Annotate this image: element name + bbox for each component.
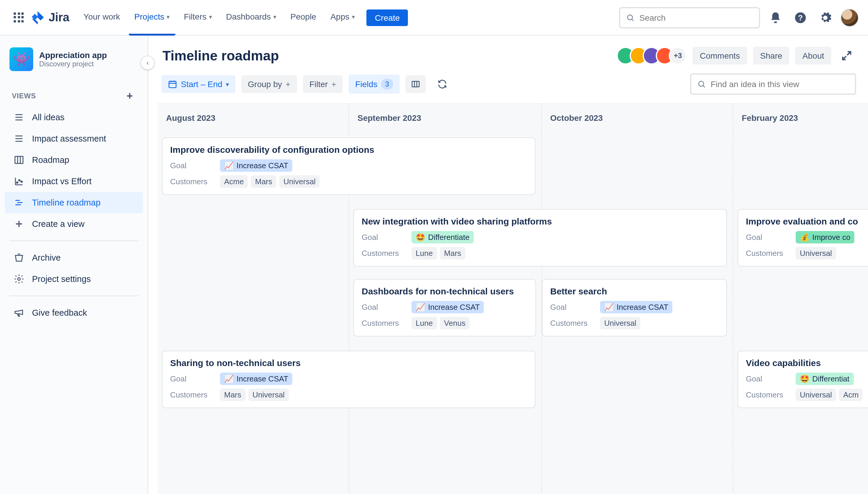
- goal-label: Goal: [550, 303, 600, 311]
- sidebar-item-all-ideas[interactable]: All ideas: [5, 107, 143, 128]
- find-idea-input[interactable]: [710, 79, 849, 89]
- card-title: Sharing to non-technical users: [170, 358, 527, 368]
- card-title: Video capabilities: [746, 358, 868, 368]
- customer-tag: Universal: [796, 247, 836, 260]
- sidebar-item-impact-vs-effort[interactable]: Impact vs Effort: [5, 171, 143, 192]
- goal-tag: 🤩Differentiat: [796, 373, 853, 385]
- search-icon: [626, 13, 635, 22]
- customers-label: Customers: [550, 319, 600, 327]
- calendar-icon: [168, 79, 177, 89]
- customer-tag: Mars: [440, 247, 466, 260]
- customer-tag: Universal: [249, 388, 289, 401]
- fullscreen-icon[interactable]: [837, 46, 856, 65]
- timeline-header: August 2023September 2023October 2023Feb…: [158, 103, 868, 132]
- customer-tag: Universal: [796, 388, 836, 401]
- find-idea-box[interactable]: [690, 73, 856, 95]
- goal-tag: 📈Increase CSAT: [600, 301, 672, 314]
- customer-tag: Venus: [440, 317, 470, 329]
- global-search[interactable]: [619, 7, 760, 28]
- goal-label: Goal: [170, 374, 220, 383]
- search-input[interactable]: [639, 13, 753, 22]
- goal-label: Goal: [170, 161, 220, 170]
- timeline-card[interactable]: Video capabilities Goal 🤩Differentiat Cu…: [738, 351, 868, 408]
- goal-tag: 💰Improve co: [796, 231, 855, 244]
- add-view-icon[interactable]: +: [124, 90, 136, 102]
- goal-label: Goal: [746, 374, 796, 383]
- timeline-column-header: October 2023: [542, 104, 734, 132]
- date-range-button[interactable]: Start – End ▾: [161, 75, 235, 93]
- help-icon[interactable]: ?: [791, 8, 810, 27]
- sidebar-item-archive[interactable]: Archive: [5, 247, 143, 268]
- refresh-button[interactable]: [432, 75, 453, 94]
- customers-label: Customers: [170, 177, 220, 186]
- jira-logo[interactable]: Jira: [31, 11, 69, 24]
- svg-line-34: [703, 86, 705, 87]
- timeline: August 2023September 2023October 2023Feb…: [158, 103, 868, 494]
- collapse-sidebar-button[interactable]: ‹: [141, 56, 155, 70]
- nav-item-people[interactable]: People: [285, 0, 322, 35]
- sidebar-item-impact-assessment[interactable]: Impact assessment: [5, 128, 143, 149]
- avatar-more[interactable]: +3: [669, 47, 687, 64]
- nav-item-projects[interactable]: Projects▾: [128, 0, 176, 35]
- timeline-card[interactable]: Better search Goal 📈Increase CSAT Custom…: [542, 279, 727, 337]
- sidebar-item-timeline-roadmap[interactable]: Timeline roadmap: [5, 192, 143, 213]
- collaborator-avatars[interactable]: +3: [617, 47, 687, 64]
- timeline-column-header: September 2023: [349, 104, 542, 132]
- timeline-card[interactable]: Improve discoverability of configuration…: [162, 137, 536, 195]
- chevron-down-icon: ▾: [167, 13, 169, 20]
- give-feedback-button[interactable]: Give feedback: [5, 302, 143, 323]
- timeline-card[interactable]: Improve evaluation and co Goal 💰Improve …: [738, 209, 868, 267]
- timeline-card[interactable]: Dashboards for non-technical users Goal …: [354, 279, 536, 337]
- customer-tag: Mars: [251, 175, 276, 188]
- about-button[interactable]: About: [795, 47, 831, 64]
- search-icon: [697, 79, 706, 89]
- account-avatar[interactable]: [841, 8, 858, 26]
- fields-count-badge: 3: [381, 79, 393, 90]
- goal-label: Goal: [362, 233, 412, 242]
- customers-label: Customers: [362, 249, 412, 258]
- svg-point-33: [699, 81, 704, 86]
- goal-tag: 📈Increase CSAT: [412, 301, 484, 314]
- timeline-column-header: February 2023: [734, 104, 868, 132]
- create-button[interactable]: Create: [367, 9, 408, 26]
- share-button[interactable]: Share: [753, 47, 790, 64]
- project-type: Discovery project: [39, 60, 107, 68]
- column-settings-button[interactable]: [405, 75, 426, 93]
- chevron-down-icon: ▾: [226, 81, 229, 88]
- chevron-down-icon: ▾: [273, 13, 276, 20]
- project-header[interactable]: 👾 Appreciation app Discovery project: [5, 45, 143, 79]
- nav-item-filters[interactable]: Filters▾: [178, 0, 218, 35]
- card-title: Dashboards for non-technical users: [362, 286, 528, 296]
- chart-icon: [13, 176, 25, 187]
- views-section-title: VIEWS: [12, 92, 36, 100]
- sidebar-item-roadmap[interactable]: Roadmap: [5, 149, 143, 171]
- customer-tag: Acm: [839, 388, 863, 401]
- project-icon: 👾: [10, 48, 33, 71]
- nav-item-dashboards[interactable]: Dashboards▾: [220, 0, 282, 35]
- svg-point-15: [17, 182, 18, 183]
- fields-button[interactable]: Fields 3: [349, 75, 400, 94]
- group-by-button[interactable]: Group by +: [241, 75, 297, 93]
- goal-tag: 📈Increase CSAT: [220, 159, 292, 172]
- nav-item-your-work[interactable]: Your work: [78, 0, 126, 35]
- sidebar-item-project-settings[interactable]: Project settings: [5, 268, 143, 290]
- card-title: Better search: [550, 286, 719, 296]
- svg-point-0: [628, 15, 633, 20]
- app-switcher-icon[interactable]: [10, 8, 29, 27]
- main-content: Timeline roadmap +3 Comments Share About: [148, 36, 868, 494]
- topnav: Jira Your workProjects▾Filters▾Dashboard…: [0, 0, 868, 36]
- board-icon: [13, 155, 25, 165]
- card-title: Improve evaluation and co: [746, 216, 868, 226]
- nav-item-apps[interactable]: Apps▾: [325, 0, 361, 35]
- notifications-icon[interactable]: [766, 8, 785, 27]
- archive-icon: [13, 252, 25, 263]
- plus-icon: [13, 218, 25, 229]
- filter-button[interactable]: Filter +: [303, 75, 343, 93]
- settings-icon[interactable]: [816, 8, 835, 27]
- timeline-body[interactable]: Improve discoverability of configuration…: [158, 132, 868, 494]
- comments-button[interactable]: Comments: [693, 47, 747, 64]
- timeline-card[interactable]: Sharing to non-technical users Goal 📈Inc…: [162, 351, 536, 408]
- sidebar-item-create-a-view[interactable]: Create a view: [5, 213, 143, 234]
- timeline-card[interactable]: New integration with video sharing platf…: [354, 209, 727, 267]
- card-title: New integration with video sharing platf…: [362, 216, 719, 226]
